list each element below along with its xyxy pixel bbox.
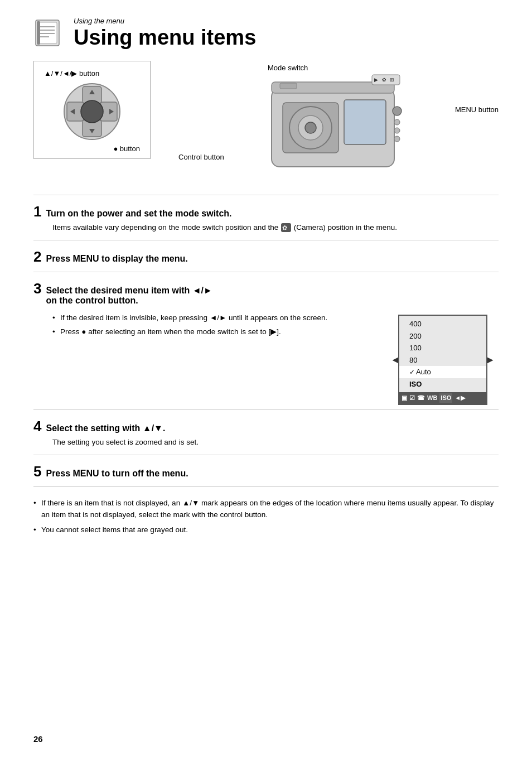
bar-icon-2: ☑	[409, 393, 415, 403]
step-4-number: 4	[33, 419, 41, 433]
svg-text:⊞: ⊞	[390, 77, 394, 83]
step-1-number: 1	[33, 204, 41, 219]
header-icon	[33, 17, 66, 49]
step-1-title: Turn on the power and set the mode switc…	[46, 209, 231, 219]
svg-text:▶: ▶	[374, 77, 378, 83]
iso-item-80: 80	[399, 354, 486, 367]
header-section: Using the menu Using menu items	[33, 17, 499, 50]
step-4-header: 4 Select the setting with ▲/▼.	[33, 419, 499, 433]
step-3-text: If the desired item is invisible, keep p…	[52, 309, 387, 341]
svg-text:✿: ✿	[382, 77, 386, 83]
step-5-header: 5 Press MENU to turn off the menu.	[33, 464, 499, 479]
step-5-title: Press MENU to turn off the menu.	[46, 469, 188, 479]
iso-item-400: 400	[399, 318, 486, 330]
step-4-section: 4 Select the setting with ▲/▼. The setti…	[33, 409, 499, 455]
svg-rect-6	[37, 21, 40, 45]
step-3-header: 3 Select the desired menu item with ◄/►o…	[33, 281, 499, 306]
step-3-bullet-2: Press ● after selecting an item when the…	[52, 326, 387, 337]
step-1-header: 1 Turn on the power and set the mode swi…	[33, 204, 499, 219]
page-number: 26	[33, 734, 43, 744]
step-3-body: If the desired item is invisible, keep p…	[52, 309, 499, 405]
step-5-number: 5	[33, 464, 41, 479]
header-title: Using menu items	[74, 26, 256, 50]
control-button-label: Control button	[178, 153, 224, 161]
camera-diagram: ▶ ✿ ⊞ Mode switch MENU button Control bu…	[167, 61, 499, 178]
bullet-btn-label: ● button	[44, 144, 140, 153]
svg-rect-19	[344, 100, 386, 144]
step-1-section: 1 Turn on the power and set the mode swi…	[33, 195, 499, 240]
iso-item-label: ISO	[399, 378, 486, 390]
step-3-section: 3 Select the desired menu item with ◄/►o…	[33, 272, 499, 409]
diagram-section: ▲/▼/◄/▶ button ● button	[33, 61, 499, 178]
iso-menu-bar: ▣ ☑ ☎ WB ISO ◄▶	[399, 392, 486, 404]
iso-menu: 400 200 100 80 Auto ISO ▣ ☑ ☎ WB I	[398, 315, 487, 405]
svg-rect-32	[280, 83, 297, 89]
step-2-title: Press MENU to display the menu.	[46, 254, 187, 264]
svg-point-12	[81, 100, 103, 123]
bar-icon-3: ☎	[417, 393, 425, 403]
svg-point-29	[394, 119, 400, 125]
step-3-image: ◄ 400 200 100 80 Auto ISO ▣ ☑	[398, 309, 499, 405]
page-container: Using the menu Using menu items ▲/▼/◄/▶ …	[0, 0, 532, 757]
mode-switch-label: Mode switch	[268, 64, 308, 72]
step-5-section: 5 Press MENU to turn off the menu.	[33, 455, 499, 487]
dpad-label: ▲/▼/◄/▶ button	[44, 69, 140, 78]
iso-item-auto: Auto	[399, 366, 486, 378]
svg-rect-1	[38, 22, 57, 44]
dpad-diagram: ▲/▼/◄/▶ button ● button	[33, 61, 151, 159]
iso-item-100: 100	[399, 342, 486, 354]
step-2-section: 2 Press MENU to display the menu.	[33, 240, 499, 272]
step-3-bullet-1: If the desired item is invisible, keep p…	[52, 312, 387, 324]
step-4-body-text: The setting you select is zoomed and is …	[52, 437, 499, 448]
svg-point-31	[394, 136, 400, 142]
step-1-body-text: Items available vary depending on the mo…	[52, 222, 499, 233]
bar-icon-wb: WB	[427, 393, 437, 403]
header-subtitle: Using the menu	[74, 17, 256, 25]
iso-nav-right: ►	[485, 352, 495, 367]
step-2-number: 2	[33, 249, 41, 264]
footer-notes: If there is an item that is not displaye…	[33, 497, 499, 536]
step-3-title: Select the desired menu item with ◄/►on …	[46, 286, 212, 306]
svg-text:✿: ✿	[282, 224, 287, 231]
step-2-header: 2 Press MENU to display the menu.	[33, 249, 499, 264]
menu-button-label: MENU button	[455, 105, 499, 114]
step-4-body: The setting you select is zoomed and is …	[52, 437, 499, 448]
step-3-bullets: If the desired item is invisible, keep p…	[52, 312, 387, 338]
step-4-title: Select the setting with ▲/▼.	[46, 423, 165, 433]
svg-point-28	[393, 107, 402, 115]
footer-note-2: You cannot select items that are grayed …	[33, 524, 499, 536]
step-3-number: 3	[33, 281, 41, 296]
svg-point-27	[305, 122, 316, 133]
bar-icon-arrows: ◄▶	[454, 393, 465, 403]
header-text-block: Using the menu Using menu items	[74, 17, 256, 50]
bar-icon-iso: ISO	[439, 393, 452, 403]
step-1-body: Items available vary depending on the mo…	[52, 222, 499, 233]
footer-note-1: If there is an item that is not displaye…	[33, 497, 499, 521]
iso-item-200: 200	[399, 330, 486, 343]
bar-icon-1: ▣	[402, 393, 407, 403]
svg-point-30	[394, 128, 400, 133]
iso-menu-items: 400 200 100 80 Auto ISO	[399, 316, 486, 392]
